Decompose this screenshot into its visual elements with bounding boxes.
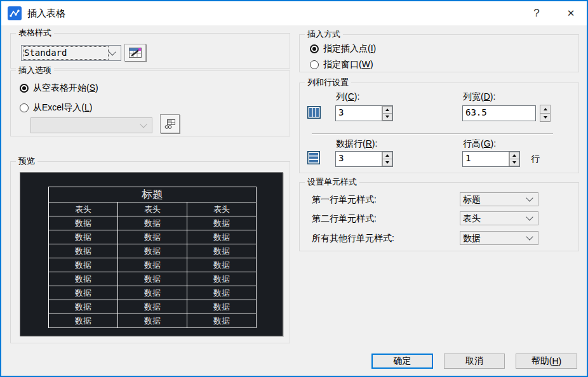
- arrow-down-icon[interactable]: [540, 114, 551, 122]
- radio-selected-icon: [310, 44, 319, 53]
- radio-label: 指定插入点(I): [323, 43, 376, 55]
- group-col-row-settings: 列和行设置 列(C): 列宽(D): 3 63.5 数据行(R): 行高(G):: [299, 83, 579, 173]
- preview-cell: 表头: [118, 202, 187, 216]
- data-rows-label: 数据行(R):: [336, 138, 377, 150]
- chevron-down-icon: [109, 48, 116, 55]
- preview-cell: 数据: [49, 216, 118, 230]
- preview-cell: 数据: [187, 300, 257, 314]
- group-label: 列和行设置: [305, 77, 351, 88]
- preview-cell: 数据: [118, 314, 187, 328]
- data-rows-value: 3: [336, 152, 382, 166]
- group-label: 表格样式: [16, 28, 54, 38]
- other-rows-style-value: 数据: [463, 233, 525, 244]
- row-height-unit: 行: [531, 154, 540, 165]
- col-width-spinner[interactable]: [540, 105, 551, 122]
- chevron-down-icon: [140, 121, 147, 128]
- arrow-up-icon[interactable]: [540, 105, 551, 114]
- radio-specify-window[interactable]: 指定窗口(W): [310, 59, 373, 70]
- group-table-style: 表格样式 Standard: [10, 33, 290, 69]
- ok-button[interactable]: 确定: [371, 354, 433, 369]
- preview-cell: 数据: [118, 300, 187, 314]
- row-height-spinner[interactable]: 1: [462, 151, 520, 167]
- data-rows-spinner[interactable]: 3: [335, 151, 393, 167]
- preview-table: 标题表头表头表头数据数据数据数据数据数据数据数据数据数据数据数据数据数据数据数据…: [48, 187, 257, 328]
- preview-cell: 数据: [49, 258, 118, 272]
- dialog-title: 插入表格: [27, 8, 65, 20]
- table-style-value: Standard: [24, 48, 107, 58]
- preview-cell: 数据: [118, 230, 187, 244]
- group-label: 设置单元样式: [305, 177, 359, 187]
- group-cell-styles: 设置单元样式 第一行单元样式: 标题 第二行单元样式: 表头 所有其他行单元样式…: [299, 182, 579, 251]
- preview-cell: 数据: [118, 286, 187, 300]
- preview-cell: 数据: [49, 244, 118, 258]
- col-width-input[interactable]: 63.5: [462, 105, 536, 121]
- group-insert-behavior: 插入方式 指定插入点(I) 指定窗口(W): [299, 34, 579, 72]
- arrow-down-icon[interactable]: [382, 159, 392, 166]
- radio-label: 指定窗口(W): [323, 59, 373, 70]
- preview-cell: 数据: [49, 300, 118, 314]
- preview-cell: 数据: [187, 258, 257, 272]
- preview-cell: 数据: [118, 216, 187, 230]
- preview-cell: 数据: [118, 272, 187, 286]
- arrow-up-icon[interactable]: [382, 152, 392, 159]
- help-button[interactable]: 帮助(H): [516, 354, 577, 369]
- launch-table-style-dialog-button[interactable]: [124, 44, 146, 62]
- col-width-value: 63.5: [463, 106, 535, 121]
- columns-spinner[interactable]: 3: [335, 105, 393, 121]
- group-label: 插入方式: [305, 29, 343, 39]
- arrow-up-icon[interactable]: [509, 152, 519, 159]
- radio-unselected-icon: [310, 60, 319, 69]
- preview-cell: 数据: [187, 230, 257, 244]
- radio-import-from-excel[interactable]: 从Excel导入(L): [20, 102, 92, 114]
- table-brush-icon: [129, 48, 142, 58]
- arrow-up-icon[interactable]: [382, 106, 392, 114]
- arrow-down-icon[interactable]: [382, 114, 392, 121]
- preview-cell: 数据: [49, 272, 118, 286]
- group-label: 插入选项: [16, 65, 54, 76]
- radio-specify-insertion-point[interactable]: 指定插入点(I): [310, 43, 376, 55]
- excel-data-link-button[interactable]: [160, 114, 180, 133]
- insert-table-dialog: 插入表格 ? ✕ 表格样式 Standard 插入选项 从空表格: [0, 0, 588, 377]
- preview-cell: 标题: [49, 187, 257, 202]
- columns-value: 3: [336, 106, 382, 121]
- other-rows-style-combo[interactable]: 数据: [460, 231, 538, 245]
- radio-unselected-icon: [20, 103, 29, 112]
- radio-selected-icon: [20, 84, 29, 93]
- radio-start-empty-table[interactable]: 从空表格开始(S): [20, 83, 98, 94]
- cancel-button[interactable]: 取消: [444, 354, 505, 369]
- app-icon: [8, 6, 22, 20]
- group-label: 预览: [16, 156, 37, 166]
- group-preview: 预览 标题表头表头表头数据数据数据数据数据数据数据数据数据数据数据数据数据数据数…: [10, 161, 290, 343]
- row-height-label: 行高(G):: [463, 138, 496, 150]
- divider: [312, 133, 553, 135]
- table-link-icon: [164, 119, 176, 129]
- first-row-style-value: 标题: [463, 194, 525, 205]
- columns-label: 列(C):: [336, 91, 359, 103]
- preview-cell: 数据: [118, 258, 187, 272]
- table-style-combo[interactable]: Standard: [21, 45, 121, 61]
- radio-label: 从Excel导入(L): [33, 102, 92, 114]
- group-insert-options: 插入选项 从空表格开始(S) 从Excel导入(L): [10, 70, 290, 136]
- table-preview-panel: 标题表头表头表头数据数据数据数据数据数据数据数据数据数据数据数据数据数据数据数据…: [20, 172, 283, 336]
- rows-icon: [307, 151, 320, 164]
- excel-sheet-combo: [30, 117, 152, 133]
- row-height-value: 1: [463, 152, 509, 166]
- arrow-down-icon[interactable]: [509, 159, 519, 166]
- help-icon[interactable]: ?: [523, 1, 550, 25]
- preview-cell: 数据: [118, 244, 187, 258]
- columns-icon: [307, 106, 321, 119]
- second-row-style-combo[interactable]: 表头: [460, 211, 538, 225]
- preview-cell: 数据: [187, 216, 257, 230]
- titlebar: 插入表格 ? ✕: [1, 1, 587, 25]
- second-row-style-value: 表头: [463, 213, 525, 224]
- close-icon[interactable]: ✕: [558, 1, 584, 25]
- preview-cell: 数据: [49, 230, 118, 244]
- preview-cell: 数据: [187, 244, 257, 258]
- preview-cell: 表头: [187, 202, 257, 216]
- radio-label: 从空表格开始(S): [33, 83, 98, 94]
- preview-cell: 数据: [187, 272, 257, 286]
- other-rows-style-label: 所有其他行单元样式:: [312, 233, 394, 244]
- first-row-style-label: 第一行单元样式:: [312, 194, 377, 206]
- col-width-label: 列宽(D):: [463, 91, 495, 103]
- first-row-style-combo[interactable]: 标题: [460, 192, 538, 206]
